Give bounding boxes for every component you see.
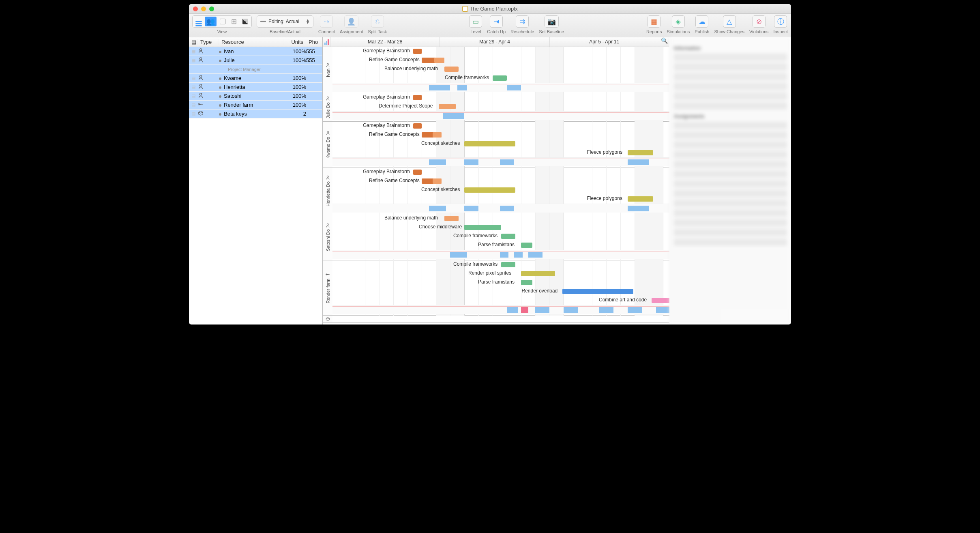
zoom-icon[interactable] [209,6,214,11]
assignment-label: Assignment [340,29,363,34]
task-bar[interactable] [521,280,532,285]
utilization-segment [464,159,478,165]
search-icon[interactable]: 🔍 [659,37,669,47]
assignment-button[interactable]: 👤 [345,17,357,26]
resource-row[interactable]: ▤Render farm100% [189,101,322,110]
load-chart-icon[interactable] [323,37,330,47]
week-header[interactable]: Mar 22 - Mar 28 [330,37,440,47]
resource-outline[interactable]: ▤ Type Resource Units Pho ▤Ivan100%555▤J… [189,37,323,325]
baseline-label: Baseline/Actual [270,29,300,34]
task-bar[interactable] [464,187,515,193]
connect-label: Connect [318,29,335,34]
baseline-actual-popup[interactable]: Editing: Actual ▲▼ [257,15,313,28]
task-bar[interactable] [521,243,532,248]
view-network-icon[interactable]: ⊞ [229,17,239,26]
reschedule-label: Reschedule [510,29,534,34]
resource-row[interactable]: ▤Satoshi100% [189,92,322,101]
utilization-row [332,157,669,166]
violations-button[interactable]: ⊘ [754,17,764,26]
utilization-row [332,305,669,314]
task-bar[interactable] [413,49,422,54]
view-styles-icon[interactable] [240,17,251,26]
task-bar[interactable] [464,141,515,146]
person-icon [198,57,219,64]
swimlane-label: Henrietta Do [323,168,332,214]
units-header[interactable]: Units [283,39,306,45]
reports-button[interactable]: ▦ [649,17,659,26]
show-changes-button[interactable]: △ [724,17,735,26]
swimlane: Henrietta DoGameplay BrainstormRefine Ga… [323,168,669,214]
utilization-segment [429,206,446,211]
inspector-panel[interactable]: Information Assignments [669,37,791,325]
toolbar: 👥 ⊞ View Editing: Actual ▲▼ Baseline/Act… [189,14,791,37]
resource-name: Beta keys [224,111,247,117]
utilization-row [332,83,669,92]
person-icon [198,75,219,82]
utilization-segment [599,307,613,313]
window-title: The Game Plan.oplx [189,6,791,12]
task-label: Render overload [522,288,558,294]
task-bar[interactable] [413,170,422,175]
view-mode-segmented[interactable]: 👥 ⊞ [192,15,252,28]
swimlane-label: Julie Do [323,93,332,121]
view-tasks-icon[interactable] [193,17,204,26]
swimlane: Kwame DoGameplay BrainstormRefine Game C… [323,122,669,168]
resource-gantt[interactable]: Mar 22 - Mar 28Mar 29 - Apr 4Apr 5 - Apr… [323,37,669,325]
resource-header[interactable]: Resource [219,39,283,45]
resource-name: Henrietta [224,84,245,90]
resource-row[interactable]: ▤Ivan100%555 [189,47,322,56]
utilization-segment [443,113,465,119]
swimlane: IvanGameplay BrainstormRefine Game Conce… [323,47,669,93]
utilization-segment [628,206,649,211]
resource-row[interactable]: ▤Kwame100% [189,74,322,83]
catchup-button[interactable]: ⇥ [491,17,502,26]
publish-button[interactable]: ☁ [697,17,707,26]
view-resources-icon[interactable]: 👥 [205,17,217,26]
level-button[interactable]: ▭ [470,17,481,26]
task-bar[interactable] [501,234,515,239]
utilization-segment [514,252,523,258]
resource-phone: 555 [306,57,322,63]
task-label: Render pixel sprites [468,270,511,276]
utilization-segment [500,252,508,258]
task-bar[interactable] [413,95,422,100]
utilization-segment [500,159,514,165]
utilization-segment [564,307,578,313]
simulations-button[interactable]: ◈ [673,17,684,26]
resource-name: Julie [224,57,235,63]
inspector-assign-heading: Assignments [674,114,787,119]
row-handle-header: ▤ [189,39,198,45]
task-bar[interactable] [444,67,459,72]
set-baseline-button[interactable]: 📷 [546,17,558,26]
task-bar[interactable] [464,225,501,230]
phone-header[interactable]: Pho [306,39,322,45]
resource-units: 100% [283,75,306,81]
task-bar[interactable] [521,271,555,276]
inspect-button[interactable]: ⓘ [775,17,786,26]
close-icon[interactable] [193,6,198,11]
connect-button[interactable]: ⇢ [321,17,332,26]
svg-point-11 [327,224,328,225]
task-bar[interactable] [444,216,459,221]
week-header[interactable]: Apr 5 - Apr 11 [549,37,659,47]
swimlane-label: Satoshi Do [323,214,332,260]
resource-units: 2 [283,111,306,117]
utilization-segment [656,307,670,313]
resource-units: 100% [283,102,306,108]
week-header[interactable]: Mar 29 - Apr 4 [440,37,549,47]
resource-row[interactable]: ▤Julie100%555 [189,56,322,65]
minimize-icon[interactable] [201,6,206,11]
task-bar[interactable] [413,123,422,129]
resource-row[interactable]: ▤Henrietta100% [189,83,322,92]
task-bar[interactable] [562,289,633,294]
utilization-segment [628,307,642,313]
split-task-button[interactable]: ⎌ [372,17,383,26]
view-calendar-icon[interactable] [217,17,228,26]
reschedule-button[interactable]: ⇉ [517,17,528,26]
resource-row[interactable]: ▤Beta keys2 [189,110,322,118]
type-header[interactable]: Type [198,39,219,45]
svg-point-8 [327,97,328,99]
task-label: Choose middleware [419,224,462,230]
svg-point-7 [327,63,328,65]
task-bar[interactable] [439,104,456,109]
